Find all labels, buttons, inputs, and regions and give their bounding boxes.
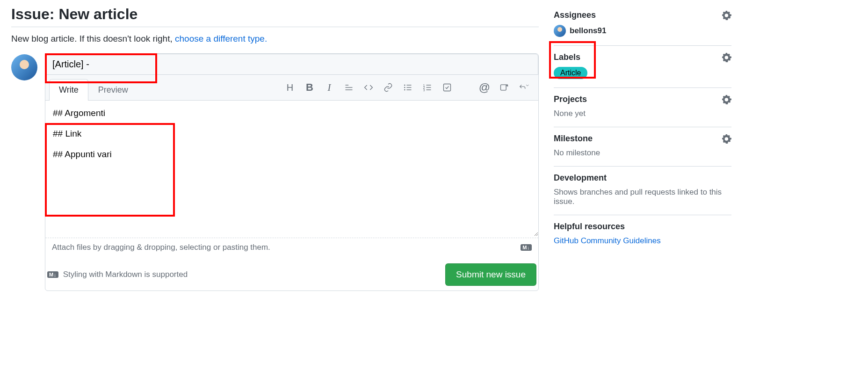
- gear-icon[interactable]: [722, 11, 731, 20]
- development-title: Development: [554, 173, 607, 183]
- heading-icon[interactable]: H: [285, 82, 295, 93]
- tab-write[interactable]: Write: [49, 79, 88, 101]
- community-guidelines-link[interactable]: GitHub Community Guidelines: [554, 236, 661, 245]
- subtitle-text: New blog article. If this doesn't look r…: [11, 34, 175, 44]
- issue-body-textarea[interactable]: [45, 101, 538, 236]
- choose-different-type-link[interactable]: choose a different type.: [175, 34, 267, 44]
- svg-rect-15: [444, 84, 451, 91]
- gear-icon[interactable]: [722, 134, 731, 144]
- comment-box: Write Preview H B I: [45, 53, 539, 291]
- assignees-title: Assignees: [554, 10, 596, 20]
- tab-preview[interactable]: Preview: [88, 79, 138, 101]
- helpful-title: Helpful resources: [554, 222, 625, 232]
- attach-hint[interactable]: Attach files by dragging & dropping, sel…: [52, 243, 270, 252]
- svg-text:3: 3: [423, 88, 425, 92]
- sidebar-milestone: Milestone No milestone: [554, 127, 731, 167]
- link-icon[interactable]: [383, 82, 393, 93]
- sidebar-projects: Projects None yet: [554, 88, 731, 127]
- sidebar-development: Development Shows branches and pull requ…: [554, 167, 731, 215]
- unordered-list-icon[interactable]: [403, 82, 413, 93]
- label-chip-article[interactable]: Article: [554, 67, 587, 79]
- tasklist-icon[interactable]: [442, 82, 452, 93]
- user-avatar[interactable]: [11, 54, 37, 80]
- sidebar-labels: Labels Article: [554, 46, 731, 88]
- reply-icon[interactable]: [519, 82, 529, 93]
- svg-rect-16: [501, 85, 506, 90]
- code-icon[interactable]: [363, 82, 374, 93]
- avatar: [554, 25, 566, 37]
- labels-title: Labels: [554, 52, 580, 62]
- subtitle: New blog article. If this doesn't look r…: [11, 34, 539, 44]
- assignee-user[interactable]: bellons91: [554, 25, 731, 37]
- milestone-value: No milestone: [554, 148, 731, 158]
- svg-point-4: [404, 87, 405, 88]
- quote-icon[interactable]: [344, 82, 354, 93]
- svg-point-3: [404, 85, 405, 86]
- issue-title-input[interactable]: [45, 54, 538, 75]
- development-value: Shows branches and pull requests linked …: [554, 188, 731, 206]
- italic-icon[interactable]: I: [324, 82, 334, 93]
- gear-icon[interactable]: [722, 95, 731, 104]
- markdown-badge-icon: M↓: [47, 271, 58, 278]
- gear-icon[interactable]: [722, 53, 731, 62]
- toolbar-separator: [462, 82, 470, 93]
- svg-point-5: [404, 89, 405, 91]
- submit-issue-button[interactable]: Submit new issue: [445, 263, 536, 286]
- markdown-hint[interactable]: Styling with Markdown is supported: [63, 270, 188, 279]
- ordered-list-icon[interactable]: 123: [422, 82, 433, 93]
- mention-icon[interactable]: @: [479, 82, 490, 93]
- page-title: Issue: New article: [11, 6, 539, 27]
- sidebar-helpful-resources: Helpful resources GitHub Community Guide…: [554, 215, 731, 254]
- cross-reference-icon[interactable]: [499, 82, 509, 93]
- bold-icon[interactable]: B: [304, 82, 315, 93]
- projects-value: None yet: [554, 109, 731, 118]
- milestone-title: Milestone: [554, 134, 593, 144]
- markdown-badge-icon[interactable]: M↓: [521, 244, 532, 251]
- projects-title: Projects: [554, 94, 587, 104]
- editor-toolbar: Write Preview H B I: [45, 75, 538, 101]
- sidebar-assignees: Assignees bellons91: [554, 4, 731, 46]
- assignee-username: bellons91: [570, 26, 606, 36]
